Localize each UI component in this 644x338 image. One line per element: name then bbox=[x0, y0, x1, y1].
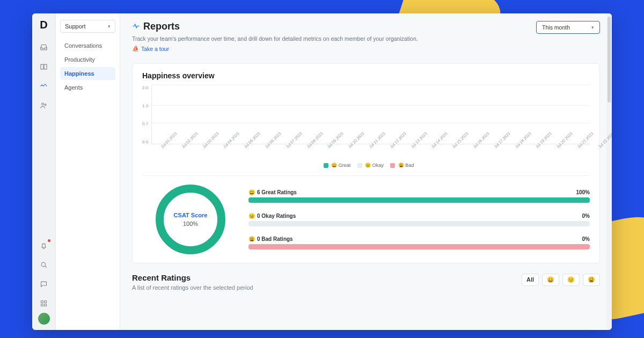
page-title: Reports bbox=[143, 21, 180, 32]
avatar[interactable] bbox=[38, 313, 50, 325]
csat-donut: CSAT Score 100% bbox=[156, 185, 225, 254]
chevron-down-icon: ▾ bbox=[591, 25, 594, 30]
csat-value: 100% bbox=[183, 221, 198, 227]
rating-bar-okay bbox=[248, 221, 590, 226]
book-icon[interactable] bbox=[36, 59, 52, 74]
chat-icon[interactable] bbox=[36, 276, 52, 291]
nav-rail: D bbox=[32, 13, 56, 330]
nav-conversations[interactable]: Conversations bbox=[60, 39, 115, 52]
emoji-okay-icon: 😐 bbox=[365, 163, 371, 168]
svg-rect-3 bbox=[41, 300, 43, 303]
rating-bar-great bbox=[248, 197, 590, 203]
chart-x-axis: Jul 01 2023Jul 02 2023Jul 03 2023Jul 04 … bbox=[158, 144, 590, 159]
svg-point-2 bbox=[41, 262, 46, 267]
rating-bad-pct: 0% bbox=[582, 236, 590, 242]
rating-row-bad: 😩0 Bad Ratings 0% bbox=[248, 236, 590, 249]
emoji-great-icon: 😄 bbox=[331, 163, 337, 168]
legend-swatch-okay bbox=[357, 163, 362, 168]
inbox-icon[interactable] bbox=[36, 40, 52, 55]
recent-ratings-section: Recent Ratings A list of recent ratings … bbox=[132, 273, 600, 291]
chart-legend: 😄 Great 😐 Okay 😩 Bad bbox=[142, 163, 590, 168]
emoji-okay-icon: 😐 bbox=[567, 276, 575, 283]
chevron-down-icon: ▾ bbox=[108, 24, 111, 29]
scrollbar[interactable] bbox=[606, 13, 612, 330]
period-label: This month bbox=[542, 24, 570, 31]
nav-happiness[interactable]: Happiness bbox=[60, 67, 115, 80]
rating-great-pct: 100% bbox=[576, 189, 590, 195]
nav-agents[interactable]: Agents bbox=[60, 81, 115, 94]
svg-point-1 bbox=[45, 104, 46, 105]
emoji-bad-icon: 😩 bbox=[248, 236, 255, 242]
svg-rect-4 bbox=[45, 300, 47, 303]
rating-row-okay: 😐0 Okay Ratings 0% bbox=[248, 213, 590, 226]
boat-icon: ⛵ bbox=[132, 45, 139, 52]
rating-filter-group: All 😄 😐 😩 bbox=[522, 274, 600, 286]
filter-great[interactable]: 😄 bbox=[542, 274, 559, 286]
logo: D bbox=[40, 19, 47, 31]
emoji-great-icon: 😄 bbox=[547, 276, 554, 283]
overview-title: Happiness overview bbox=[142, 71, 590, 80]
workspace-label: Support bbox=[65, 23, 86, 30]
search-icon[interactable] bbox=[36, 257, 52, 272]
rating-row-great: 😄6 Great Ratings 100% bbox=[248, 189, 590, 203]
filter-okay[interactable]: 😐 bbox=[562, 274, 580, 286]
take-tour-link[interactable]: ⛵ Take a tour bbox=[132, 45, 169, 52]
pulse-icon bbox=[132, 22, 140, 32]
filter-bad[interactable]: 😩 bbox=[583, 274, 600, 286]
emoji-okay-icon: 😐 bbox=[248, 213, 255, 219]
period-select[interactable]: This month ▾ bbox=[536, 21, 600, 34]
chart-x-tick: Jul 22 2023 bbox=[596, 130, 612, 155]
app-window: D Support ▾ Conver bbox=[32, 13, 612, 330]
ratings-breakdown: CSAT Score 100% 😄6 Great Ratings 100% bbox=[142, 175, 590, 254]
svg-rect-6 bbox=[45, 304, 47, 306]
filter-all[interactable]: All bbox=[522, 274, 539, 286]
rating-bar-bad bbox=[248, 244, 590, 249]
csat-label: CSAT Score bbox=[174, 212, 208, 218]
nav-productivity[interactable]: Productivity bbox=[60, 53, 115, 66]
happiness-overview-card: Happiness overview 2.01.30.70.0 Jul 01 2… bbox=[132, 63, 600, 263]
svg-point-0 bbox=[42, 103, 44, 105]
emoji-bad-icon: 😩 bbox=[398, 163, 404, 168]
notifications-icon[interactable] bbox=[36, 238, 52, 253]
contacts-icon[interactable] bbox=[36, 98, 52, 113]
reports-icon[interactable] bbox=[36, 78, 52, 93]
emoji-bad-icon: 😩 bbox=[588, 276, 595, 283]
sidebar: Support ▾ Conversations Productivity Hap… bbox=[56, 13, 120, 330]
emoji-great-icon: 😄 bbox=[248, 189, 255, 195]
main: Reports Track your team's performance ov… bbox=[120, 13, 612, 330]
page-header: Reports Track your team's performance ov… bbox=[120, 13, 612, 57]
svg-rect-5 bbox=[41, 304, 43, 306]
page-subtitle: Track your team's performance over time,… bbox=[132, 35, 418, 42]
chart-y-axis: 2.01.30.70.0 bbox=[142, 85, 151, 144]
legend-swatch-great bbox=[324, 163, 328, 168]
apps-icon[interactable] bbox=[36, 296, 52, 311]
legend-swatch-bad bbox=[390, 163, 395, 168]
rating-okay-pct: 0% bbox=[582, 213, 590, 219]
workspace-select[interactable]: Support ▾ bbox=[60, 20, 115, 33]
